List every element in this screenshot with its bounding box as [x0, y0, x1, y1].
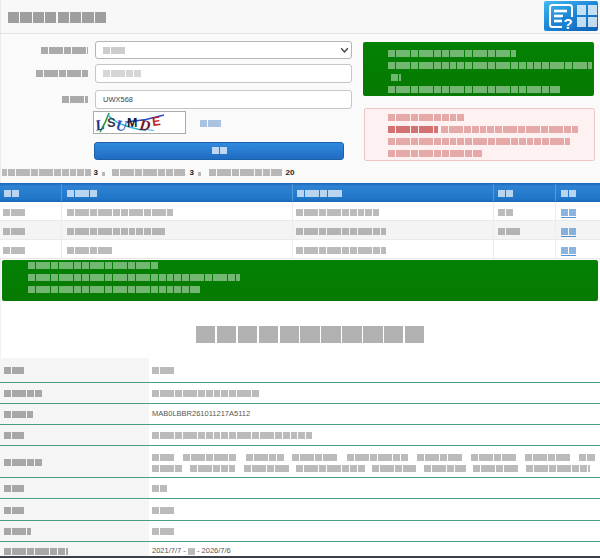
svg-text:M: M: [127, 116, 137, 130]
svg-text:?: ?: [564, 15, 573, 31]
svg-text:L: L: [94, 116, 106, 133]
svg-text:D: D: [138, 117, 152, 134]
